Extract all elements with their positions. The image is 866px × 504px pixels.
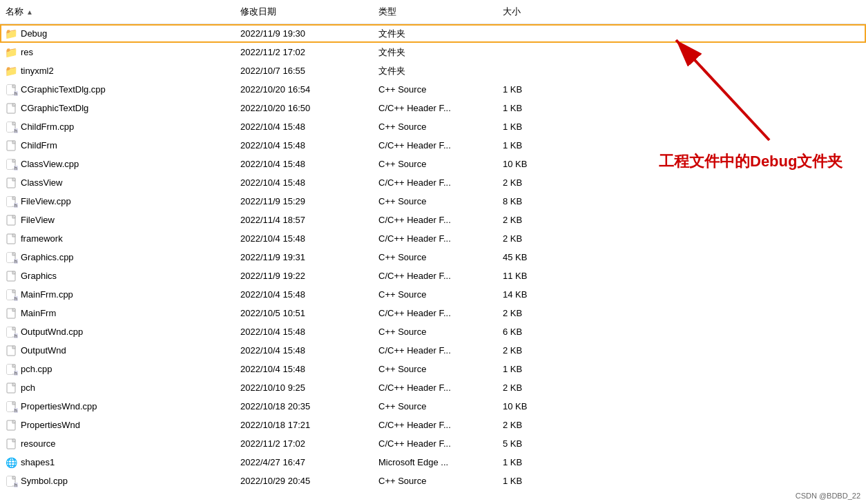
col-size[interactable]: 大小 xyxy=(497,3,580,21)
table-header: 名称 ▲ 修改日期 类型 大小 xyxy=(0,0,866,24)
file-extra xyxy=(580,256,866,259)
file-name-cell: MainFrm xyxy=(0,307,235,320)
cpp-icon: h xyxy=(6,252,17,263)
file-type: C++ Source xyxy=(373,157,497,171)
file-type: 文件夹 xyxy=(373,64,497,79)
col-type[interactable]: 类型 xyxy=(373,3,497,21)
table-row[interactable]: MainFrm 2022/10/5 10:51 C/C++ Header F..… xyxy=(0,304,866,322)
col-type-label: 类型 xyxy=(378,6,396,18)
file-size: 10 KB xyxy=(497,400,580,413)
file-size: 2 KB xyxy=(497,381,580,394)
file-name-cell: h FileView.cpp xyxy=(0,195,235,209)
file-extra xyxy=(580,182,866,184)
file-name-cell: 🌐 shapes1 xyxy=(0,456,235,469)
file-name: PropertiesWnd xyxy=(21,420,80,430)
file-type: C++ Source xyxy=(373,474,497,487)
file-type: C/C++ Header F... xyxy=(373,139,497,152)
file-extra xyxy=(580,144,866,147)
header-icon xyxy=(6,215,17,226)
file-extra xyxy=(580,88,866,91)
file-extra xyxy=(580,126,866,128)
header-icon xyxy=(6,308,17,319)
file-name: ClassView xyxy=(21,177,62,188)
table-row[interactable]: PropertiesWnd 2022/10/18 17:21 C/C++ Hea… xyxy=(0,416,866,434)
file-type: C/C++ Header F... xyxy=(373,381,497,394)
file-name-cell: ClassView xyxy=(0,176,235,190)
file-explorer: 名称 ▲ 修改日期 类型 大小 📁 Debug 2022/11/9 19:30 … xyxy=(0,0,866,504)
table-row[interactable]: pch 2022/10/10 9:25 C/C++ Header F... 2 … xyxy=(0,378,866,397)
file-modified: 2022/11/4 18:57 xyxy=(235,213,373,226)
file-type: C/C++ Header F... xyxy=(373,307,497,320)
header-icon xyxy=(6,271,17,282)
file-extra xyxy=(580,200,866,203)
header-icon xyxy=(6,177,17,188)
file-name: ChildFrm.cpp xyxy=(21,122,74,132)
cpp-icon: h xyxy=(6,122,17,133)
annotation-text: 工程文件中的Debug文件夹 xyxy=(659,152,852,172)
file-size: 1 KB xyxy=(497,456,580,469)
header-icon xyxy=(6,420,17,431)
file-size: 14 KB xyxy=(497,288,580,301)
table-row[interactable]: h Graphics.cpp 2022/11/9 19:31 C++ Sourc… xyxy=(0,248,866,266)
table-row[interactable]: h ChildFrm.cpp 2022/10/4 15:48 C++ Sourc… xyxy=(0,117,866,136)
file-modified: 2022/4/27 16:47 xyxy=(235,456,373,469)
cpp-icon: h xyxy=(6,289,17,300)
table-row[interactable]: h FileView.cpp 2022/11/9 15:29 C++ Sourc… xyxy=(0,192,866,211)
table-row[interactable]: ClassView 2022/10/4 15:48 C/C++ Header F… xyxy=(0,173,866,192)
cpp-icon: h xyxy=(6,196,17,207)
table-row[interactable]: h Symbol.cpp 2022/10/29 20:45 C++ Source… xyxy=(0,472,866,490)
file-name-cell: Graphics xyxy=(0,269,235,283)
file-modified: 2022/10/7 16:55 xyxy=(235,64,373,77)
file-extra xyxy=(580,387,866,389)
file-name: Debug xyxy=(21,28,47,39)
file-name: OutputWnd.cpp xyxy=(21,327,83,337)
cpp-icon: h xyxy=(6,476,17,487)
col-name[interactable]: 名称 ▲ xyxy=(0,3,235,21)
table-row[interactable]: framework 2022/10/4 15:48 C/C++ Header F… xyxy=(0,229,866,248)
col-name-label: 名称 xyxy=(6,6,23,18)
header-icon xyxy=(6,103,17,114)
table-row[interactable]: OutputWnd 2022/10/4 15:48 C/C++ Header F… xyxy=(0,341,866,360)
file-name-cell: 📁 Debug xyxy=(0,27,235,41)
file-modified: 2022/10/20 16:50 xyxy=(235,101,373,115)
file-extra xyxy=(580,461,866,464)
file-modified: 2022/10/4 15:48 xyxy=(235,325,373,338)
table-row[interactable]: h pch.cpp 2022/10/4 15:48 C++ Source 1 K… xyxy=(0,360,866,378)
table-row[interactable]: h PropertiesWnd.cpp 2022/10/18 20:35 C++… xyxy=(0,397,866,416)
table-row[interactable]: h OutputWnd.cpp 2022/10/4 15:48 C++ Sour… xyxy=(0,322,866,341)
file-type: C/C++ Header F... xyxy=(373,418,497,432)
table-row[interactable]: 📁 res 2022/11/2 17:02 文件夹 xyxy=(0,43,866,61)
table-row[interactable]: resource 2022/11/2 17:02 C/C++ Header F.… xyxy=(0,434,866,453)
table-row[interactable]: 📁 Debug 2022/11/9 19:30 文件夹 xyxy=(0,24,866,43)
file-name: Graphics.cpp xyxy=(21,252,74,262)
svg-rect-46 xyxy=(7,327,12,337)
table-row[interactable]: 📁 tinyxml2 2022/10/7 16:55 文件夹 xyxy=(0,61,866,80)
file-type: C++ Source xyxy=(373,83,497,96)
file-name: FileView xyxy=(21,215,55,225)
file-extra xyxy=(580,293,866,296)
file-size: 2 KB xyxy=(497,213,580,226)
header-icon xyxy=(6,345,17,356)
file-name: pch.cpp xyxy=(21,364,52,374)
table-row[interactable]: FileView 2022/11/4 18:57 C/C++ Header F.… xyxy=(0,211,866,229)
file-size: 45 KB xyxy=(497,251,580,264)
col-modified[interactable]: 修改日期 xyxy=(235,3,373,21)
file-modified: 2022/11/9 19:30 xyxy=(235,27,373,40)
file-type: 文件夹 xyxy=(373,45,497,60)
file-type: C++ Source xyxy=(373,120,497,133)
file-modified: 2022/10/4 15:48 xyxy=(235,176,373,189)
file-extra xyxy=(580,331,866,333)
file-size: 5 KB xyxy=(497,437,580,450)
file-list[interactable]: 📁 Debug 2022/11/9 19:30 文件夹 📁 res 2022/1… xyxy=(0,24,866,504)
table-row[interactable]: h CGraphicTextDlg.cpp 2022/10/20 16:54 C… xyxy=(0,80,866,99)
table-row[interactable]: CGraphicTextDlg 2022/10/20 16:50 C/C++ H… xyxy=(0,99,866,117)
col-size-label: 大小 xyxy=(503,6,521,18)
sort-arrow-icon: ▲ xyxy=(26,8,33,16)
file-size: 2 KB xyxy=(497,232,580,245)
table-row[interactable]: 🌐 shapes1 2022/4/27 16:47 Microsoft Edge… xyxy=(0,453,866,472)
file-name: resource xyxy=(21,438,56,449)
table-row[interactable]: Graphics 2022/11/9 19:22 C/C++ Header F.… xyxy=(0,266,866,285)
table-row[interactable]: h MainFrm.cpp 2022/10/4 15:48 C++ Source… xyxy=(0,285,866,304)
file-name-cell: resource xyxy=(0,437,235,451)
folder-icon: 📁 xyxy=(6,66,17,77)
